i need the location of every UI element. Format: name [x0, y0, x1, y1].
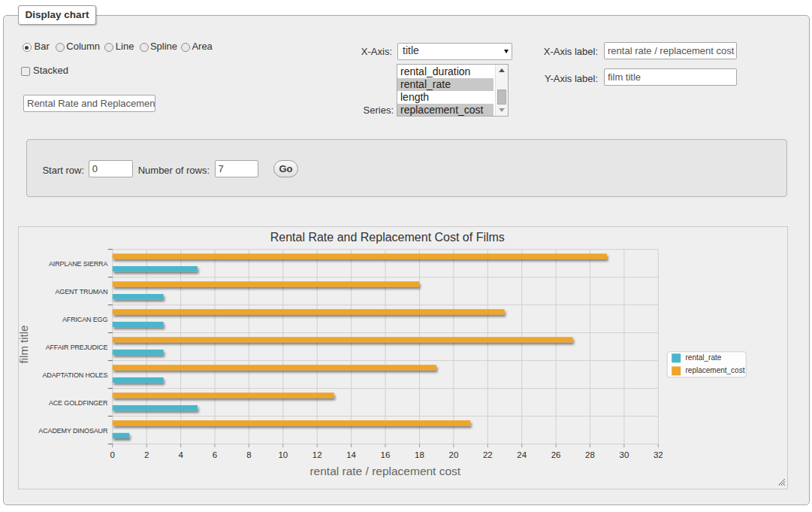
svg-text:22: 22: [483, 450, 493, 459]
svg-text:32: 32: [654, 450, 663, 459]
svg-text:10: 10: [278, 450, 288, 459]
svg-text:rental rate / replacement cost: rental rate / replacement cost: [309, 465, 460, 477]
svg-text:ACE GOLDFINGER: ACE GOLDFINGER: [49, 399, 108, 407]
svg-text:2: 2: [144, 450, 149, 459]
svg-text:4: 4: [178, 450, 183, 459]
svg-text:30: 30: [620, 450, 629, 459]
svg-text:Rental Rate and Replacement Co: Rental Rate and Replacement Cost of Film…: [270, 231, 505, 244]
svg-text:0: 0: [110, 450, 115, 459]
svg-text:AFRICAN EGG: AFRICAN EGG: [62, 316, 108, 323]
svg-text:AFFAIR PREJUDICE: AFFAIR PREJUDICE: [46, 344, 108, 351]
svg-text:AIRPLANE SIERRA: AIRPLANE SIERRA: [49, 260, 107, 268]
svg-text:AGENT TRUMAN: AGENT TRUMAN: [55, 288, 107, 295]
svg-text:24: 24: [517, 450, 527, 459]
svg-text:rental_rate: rental_rate: [686, 353, 722, 362]
svg-text:14: 14: [346, 450, 356, 459]
svg-text:26: 26: [551, 450, 561, 459]
svg-text:film title: film title: [17, 326, 30, 364]
svg-text:20: 20: [449, 450, 459, 459]
svg-text:6: 6: [213, 450, 217, 459]
svg-text:12: 12: [312, 450, 322, 459]
svg-text:ADAPTATION HOLES: ADAPTATION HOLES: [43, 371, 108, 379]
svg-text:8: 8: [246, 450, 251, 459]
svg-text:28: 28: [585, 450, 595, 459]
svg-text:16: 16: [381, 450, 391, 459]
svg-text:replacement_cost: replacement_cost: [686, 366, 745, 374]
svg-text:ACADEMY DINOSAUR: ACADEMY DINOSAUR: [38, 427, 108, 435]
svg-text:18: 18: [415, 450, 424, 459]
